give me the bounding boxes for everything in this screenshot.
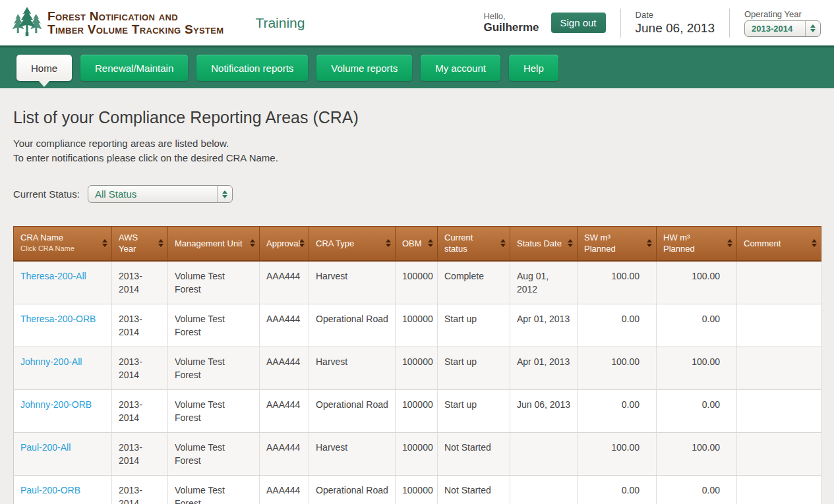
- table-row: Theresa-200-All2013-2014Volume Test Fore…: [14, 261, 821, 304]
- date-value: June 06, 2013: [636, 21, 715, 36]
- column-header-hw-planned[interactable]: HW m³ Planned: [657, 227, 737, 261]
- select-stepper-icon: [217, 186, 232, 202]
- sort-arrows-icon: [727, 239, 732, 247]
- sort-arrows-icon: [568, 239, 573, 247]
- cell-cra-type: Harvest: [309, 261, 396, 304]
- cra-name-link[interactable]: Johnny-200-All: [20, 356, 82, 367]
- sort-arrows-icon: [428, 239, 433, 247]
- cell-comment: [737, 389, 821, 432]
- pine-trees-icon: [12, 7, 42, 40]
- cra-table: CRA NameClick CRA NameAWS YearManagement…: [13, 226, 821, 504]
- column-header-approval[interactable]: Approval: [260, 227, 309, 261]
- table-row: Paul-200-All2013-2014Volume Test ForestA…: [14, 432, 821, 475]
- cell-cra-name: Johnny-200-ORB: [14, 389, 112, 432]
- nav-tab-my-account[interactable]: My account: [421, 55, 500, 81]
- status-filter-select[interactable]: All Status: [88, 185, 233, 203]
- cell-current-status: Start up: [438, 347, 510, 389]
- cra-name-link[interactable]: Paul-200-All: [20, 442, 71, 453]
- cell-comment: [737, 347, 821, 389]
- cell-sw-planned: 100.00: [578, 432, 657, 475]
- column-header-obm[interactable]: OBM: [396, 227, 438, 261]
- cell-cra-name: Theresa-200-ORB: [14, 304, 112, 347]
- cra-name-link[interactable]: Theresa-200-ORB: [20, 314, 96, 324]
- cell-comment: [737, 432, 821, 475]
- cell-current-status: Not Started: [438, 475, 510, 504]
- cell-status-date: [510, 432, 578, 475]
- cell-cra-type: Harvest: [309, 432, 396, 475]
- cell-cra-type: Operational Road: [309, 389, 396, 432]
- column-header-cra-name[interactable]: CRA NameClick CRA Name: [14, 227, 112, 261]
- nav-tab-notification-reports[interactable]: Notification reports: [196, 55, 308, 81]
- cell-status-date: Apr 01, 2013: [510, 304, 578, 347]
- cell-hw-planned: 0.00: [657, 389, 737, 432]
- column-header-aws-year[interactable]: AWS Year: [112, 227, 168, 261]
- cell-current-status: Start up: [438, 389, 510, 432]
- cell-cra-name: Paul-200-ORB: [14, 475, 112, 504]
- cell-aws-year: 2013-2014: [112, 432, 168, 475]
- cell-obm: 100000: [396, 304, 438, 347]
- cra-name-link[interactable]: Paul-200-ORB: [20, 485, 80, 495]
- cell-sw-planned: 0.00: [578, 475, 657, 504]
- cell-obm: 100000: [396, 261, 438, 304]
- cra-table-header: CRA NameClick CRA NameAWS YearManagement…: [14, 227, 821, 261]
- sign-out-button[interactable]: Sign out: [551, 13, 606, 33]
- operating-year-label: Operating Year: [744, 9, 821, 19]
- cell-current-status: Complete: [438, 261, 510, 304]
- nav-tab-home[interactable]: Home: [16, 55, 72, 81]
- column-header-comment[interactable]: Comment: [737, 227, 821, 261]
- cell-management-unit: Volume Test Forest: [168, 304, 260, 347]
- column-header-cra-type[interactable]: CRA Type: [309, 227, 396, 261]
- cell-current-status: Not Started: [438, 432, 510, 475]
- column-label: CRA Name: [20, 232, 97, 243]
- column-header-management-unit[interactable]: Management Unit: [168, 227, 260, 261]
- intro-line-1: Your compliance reporting areas are list…: [13, 138, 229, 149]
- cell-obm: 100000: [396, 347, 438, 389]
- operating-year-block: Operating Year 2013-2014: [744, 9, 821, 37]
- cell-hw-planned: 0.00: [657, 475, 737, 504]
- cell-management-unit: Volume Test Forest: [168, 432, 260, 475]
- cell-status-date: Jun 06, 2013: [510, 389, 578, 432]
- date-label: Date: [636, 10, 715, 20]
- cell-sw-planned: 100.00: [578, 261, 657, 304]
- cell-status-date: Apr 01, 2013: [510, 347, 578, 389]
- nav-tab-renewal-maintain[interactable]: Renewal/Maintain: [80, 55, 188, 81]
- top-header: Forest Notification and Timber Volume Tr…: [0, 0, 834, 47]
- column-label: OBM: [402, 238, 423, 249]
- cell-approval: AAA444: [260, 389, 309, 432]
- cell-approval: AAA444: [260, 261, 309, 304]
- cell-aws-year: 2013-2014: [112, 389, 168, 432]
- cell-hw-planned: 100.00: [657, 261, 737, 304]
- cell-aws-year: 2013-2014: [112, 304, 168, 347]
- cra-name-link[interactable]: Johnny-200-ORB: [20, 399, 92, 410]
- operating-year-select[interactable]: 2013-2014: [744, 20, 821, 37]
- divider: [729, 9, 730, 38]
- date-block: Date June 06, 2013: [636, 10, 715, 36]
- cell-approval: AAA444: [260, 432, 309, 475]
- cra-name-link[interactable]: Theresa-200-All: [20, 271, 86, 281]
- column-label: Comment: [744, 238, 806, 249]
- column-header-sw-planned[interactable]: SW m³ Planned: [578, 227, 657, 261]
- cell-aws-year: 2013-2014: [112, 261, 168, 304]
- cell-status-date: [510, 475, 578, 504]
- sort-arrows-icon: [102, 239, 107, 247]
- column-header-current-status[interactable]: Current status: [438, 227, 510, 261]
- cell-hw-planned: 100.00: [657, 432, 737, 475]
- nav-tab-help[interactable]: Help: [509, 55, 558, 81]
- cell-current-status: Start up: [438, 304, 510, 347]
- cell-cra-type: Operational Road: [309, 304, 396, 347]
- app-title: Forest Notification and Timber Volume Tr…: [47, 10, 223, 36]
- cell-management-unit: Volume Test Forest: [168, 389, 260, 432]
- table-row: Theresa-200-ORB2013-2014Volume Test Fore…: [14, 304, 821, 347]
- sort-arrows-icon: [812, 239, 817, 247]
- sort-arrows-icon: [158, 239, 164, 247]
- cell-approval: AAA444: [260, 304, 309, 347]
- column-label: CRA Type: [316, 238, 380, 249]
- nav-tab-volume-reports[interactable]: Volume reports: [316, 55, 412, 81]
- table-row: Johnny-200-ORB2013-2014Volume Test Fores…: [14, 389, 821, 432]
- cell-hw-planned: 0.00: [657, 304, 737, 347]
- cell-obm: 100000: [396, 475, 438, 504]
- column-sublabel: Click CRA Name: [20, 243, 97, 254]
- column-header-status-date[interactable]: Status Date: [510, 227, 578, 261]
- column-label: Status Date: [517, 238, 562, 249]
- greeting-label: Hello,: [483, 11, 539, 21]
